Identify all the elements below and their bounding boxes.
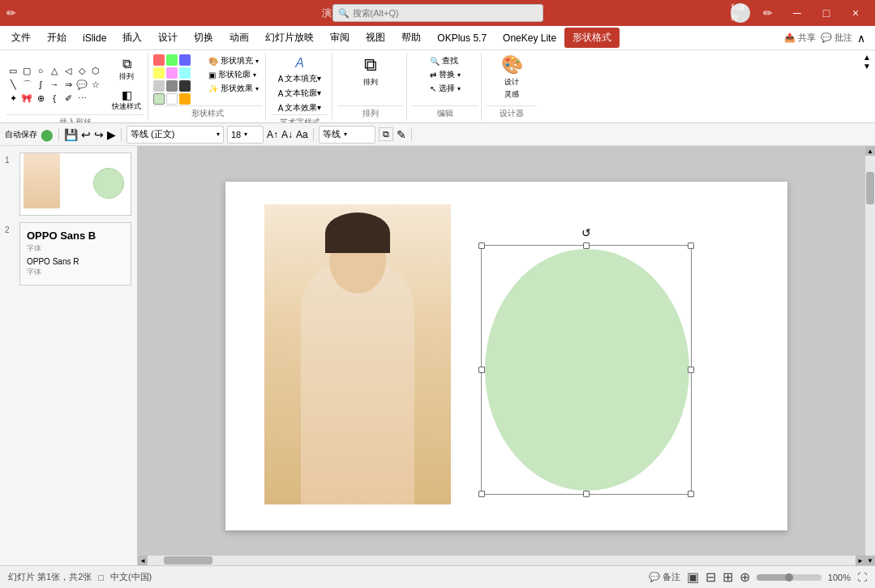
oval-icon[interactable]: ○ <box>34 64 47 77</box>
slide-2-image[interactable]: OPPO Sans B 字体 OPPO Sans R 字体 <box>19 222 131 285</box>
scroll-right-button[interactable]: ► <box>856 556 865 565</box>
font-size-dropdown[interactable]: 18 ▾ <box>227 126 264 144</box>
curve-icon[interactable]: ∫ <box>34 78 47 91</box>
chevron-icon[interactable]: ⇒ <box>62 78 75 91</box>
present-icon[interactable]: ▶ <box>107 128 116 141</box>
menu-home[interactable]: 开始 <box>39 28 75 48</box>
menu-shape-format[interactable]: 形状格式 <box>564 28 620 48</box>
line-icon[interactable]: ╲ <box>6 78 19 91</box>
handle-ml[interactable] <box>478 367 485 373</box>
menu-design[interactable]: 设计 <box>150 28 186 48</box>
font-decrease-icon[interactable]: A↓ <box>281 129 293 140</box>
horizontal-scrollbar[interactable]: ◄ ► <box>138 556 865 565</box>
menu-onekey[interactable]: OneKey Lite <box>495 29 564 47</box>
design-btn[interactable]: 设计 <box>504 77 519 88</box>
layout-dropdown[interactable]: 等线 ▾ <box>319 126 375 144</box>
view-slide-icon[interactable]: ⊟ <box>706 569 716 585</box>
star-icon[interactable]: ☆ <box>89 78 102 91</box>
zoom-thumb[interactable] <box>785 573 793 582</box>
ribbon-scroll-down[interactable]: ▼ <box>862 62 872 71</box>
menu-insert[interactable]: 插入 <box>114 28 150 48</box>
swatch7[interactable] <box>153 80 165 92</box>
handle-tc[interactable] <box>583 242 590 249</box>
accessibility-icon[interactable]: □ <box>98 573 104 582</box>
font-case-icon[interactable]: Aa <box>296 129 308 140</box>
swatch4[interactable] <box>153 67 165 79</box>
scroll-up-button[interactable]: ▲ <box>865 146 875 156</box>
window-controls[interactable]: ✏ ─ □ × <box>755 0 869 26</box>
swatch6[interactable] <box>179 67 191 79</box>
redo-icon[interactable]: ↪ <box>94 128 104 141</box>
slide-thumb-2[interactable]: 2 OPPO Sans B 字体 OPPO Sans R 字体 <box>5 222 132 285</box>
brace-icon[interactable]: { <box>48 92 61 105</box>
swatch-selected[interactable] <box>153 93 165 105</box>
view-normal-icon[interactable]: ▣ <box>687 569 699 585</box>
ribbon-scroll-up[interactable]: ▲ <box>862 53 872 62</box>
swatch3[interactable] <box>179 54 191 66</box>
undo-icon[interactable]: ↩ <box>81 128 91 141</box>
swatch12[interactable] <box>179 93 191 105</box>
view-presenter-icon[interactable]: ⊕ <box>740 569 750 585</box>
more-shapes-icon[interactable]: ⋯ <box>75 92 88 105</box>
scroll-left-button[interactable]: ◄ <box>138 556 148 565</box>
restore-button[interactable]: □ <box>813 0 839 26</box>
minimize-button[interactable]: ─ <box>784 0 810 26</box>
view-reading-icon[interactable]: ⊞ <box>723 569 733 585</box>
hex-icon[interactable]: ⬡ <box>89 64 102 77</box>
zoom-slider[interactable] <box>757 574 821 581</box>
close-button[interactable]: × <box>843 0 869 26</box>
swatch2[interactable] <box>166 54 178 66</box>
freeform-icon[interactable]: ✐ <box>62 92 75 105</box>
rounded-rect-icon[interactable]: ▢ <box>20 64 33 77</box>
handle-bc[interactable] <box>583 491 590 497</box>
arrange-main-button[interactable]: ⧉ 排列 <box>363 54 378 88</box>
star5-icon[interactable]: ✦ <box>6 92 19 105</box>
swatch8[interactable] <box>166 80 178 92</box>
inspire-btn[interactable]: 灵感 <box>504 89 519 100</box>
ribbon-icon[interactable]: 🎀 <box>20 92 33 105</box>
menu-file[interactable]: 文件 <box>3 28 39 48</box>
callout-icon[interactable]: 💬 <box>75 78 88 91</box>
text-effect-button[interactable]: A 文本效果▾ <box>276 101 324 114</box>
user-avatar[interactable]: 利健程 <box>731 3 750 23</box>
scroll-thumb-h[interactable] <box>164 556 212 564</box>
select-button[interactable]: ↖ 选择 ▾ <box>427 82 464 95</box>
fill-button[interactable]: 🎨 形状填充 ▾ <box>205 54 262 67</box>
handle-bl[interactable] <box>478 491 485 497</box>
diamond-icon[interactable]: ◇ <box>75 64 88 77</box>
action-icon[interactable]: ⊕ <box>34 92 47 105</box>
replace-button[interactable]: ⇄ 替换 ▾ <box>427 68 464 81</box>
menu-transitions[interactable]: 切换 <box>186 28 221 48</box>
effect-button[interactable]: ✨ 形状效果 ▾ <box>205 82 262 95</box>
slide-1-image[interactable] <box>19 152 131 216</box>
triangle-icon[interactable]: △ <box>48 64 61 77</box>
search-bar[interactable]: 🔍 <box>332 4 543 22</box>
fit-window-button[interactable]: ⛶ <box>857 572 867 583</box>
pen-icon[interactable]: ✏ <box>6 6 16 19</box>
outline-button[interactable]: ▣ 形状轮廓 ▾ <box>205 68 262 81</box>
save-icon[interactable]: 💾 <box>64 128 78 141</box>
swatch5[interactable] <box>166 67 178 79</box>
scroll-down-button[interactable]: ▼ <box>865 556 875 565</box>
notes-button[interactable]: 💬 备注 <box>649 571 680 583</box>
text-fill-button[interactable]: A 文本填充▾ <box>276 72 324 85</box>
autosave-toggle[interactable]: ⬤ <box>41 128 54 141</box>
format-painter-icon[interactable]: ✎ <box>397 128 406 141</box>
copy-icon[interactable]: ⧉ <box>379 127 393 141</box>
wordart-icon[interactable]: A <box>276 56 324 71</box>
menu-view[interactable]: 视图 <box>358 28 393 48</box>
handle-tl[interactable] <box>478 242 485 249</box>
green-circle[interactable] <box>485 249 689 491</box>
menu-slideshow[interactable]: 幻灯片放映 <box>257 28 322 48</box>
quick-style-button[interactable]: ◧ 快速样式 <box>109 85 144 114</box>
menu-review[interactable]: 审阅 <box>322 28 358 48</box>
scroll-thumb-v[interactable] <box>866 172 874 204</box>
slide-thumb-1[interactable]: 1 <box>5 152 132 216</box>
menu-help[interactable]: 帮助 <box>393 28 429 48</box>
share-label[interactable]: 📤 共享 <box>784 32 816 44</box>
comment-label[interactable]: 💬 批注 <box>821 32 852 44</box>
ribbon-collapse-icon[interactable]: ∧ <box>857 32 865 45</box>
text-outline-button[interactable]: A 文本轮廓▾ <box>276 87 324 100</box>
menu-okplus[interactable]: OKPlus 5.7 <box>429 29 495 47</box>
swatch1[interactable] <box>153 54 165 66</box>
